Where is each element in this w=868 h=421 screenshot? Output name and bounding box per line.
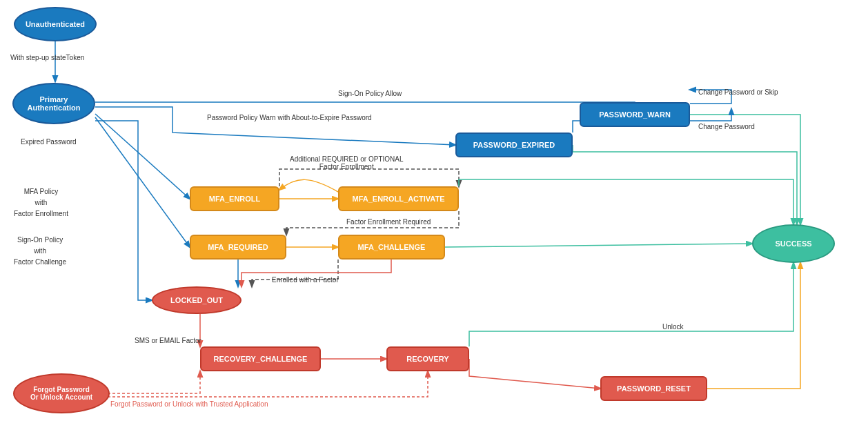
step-up-label: With step-up stateToken (10, 54, 84, 61)
recovery-node: RECOVERY (386, 346, 469, 371)
factor-enroll-req-label: Factor Enrollment Required (346, 218, 431, 226)
password-expired-node: PASSWORD_EXPIRED (455, 133, 573, 157)
mfa-challenge-node: MFA_CHALLENGE (338, 235, 445, 260)
sign-on-factor-label: Sign-On PolicywithFactor Challenge (14, 235, 66, 268)
success-node: SUCCESS (752, 224, 835, 263)
locked-out-node: LOCKED_OUT (152, 286, 241, 314)
primary-auth-node: Primary Authentication (12, 83, 95, 124)
password-warn-node: PASSWORD_WARN (580, 102, 690, 127)
diagram-container: Unauthenticated Primary Authentication P… (0, 0, 868, 421)
unauthenticated-node: Unauthenticated (14, 7, 97, 41)
mfa-enroll-node: MFA_ENROLL (190, 186, 279, 211)
expired-pw-label: Expired Password (21, 138, 77, 146)
enrolled-factor-label: Enrolled with a Factor (272, 276, 339, 284)
svg-line-1 (95, 114, 190, 199)
svg-line-5 (445, 244, 752, 247)
recovery-challenge-node: RECOVERY_CHALLENGE (200, 346, 321, 371)
mfa-policy-label: MFA PolicywithFactor Enrollment (14, 186, 68, 219)
forgot-trusted-label: Forgot Password or Unlock with Trusted A… (110, 400, 268, 408)
forgot-password-node: Forgot PasswordOr Unlock Account (13, 373, 110, 413)
sms-email-label: SMS or EMAIL Factor (135, 337, 201, 344)
mfa-enroll-activate-node: MFA_ENROLL_ACTIVATE (338, 186, 459, 211)
change-pw-label: Change Password (698, 123, 755, 130)
change-pw-skip-label: Change Password or Skip (698, 88, 778, 96)
add-required-label: Additional REQUIRED or OPTIONALFactor En… (290, 155, 404, 170)
pw-warn-label: Password Policy Warn with About-to-Expir… (207, 114, 372, 121)
svg-line-2 (95, 117, 190, 247)
mfa-required-node: MFA_REQUIRED (190, 235, 286, 260)
password-reset-node: PASSWORD_RESET (600, 376, 707, 401)
unlock-label: Unlock (662, 323, 684, 331)
sign-on-allow-label: Sign-On Policy Allow (338, 90, 402, 97)
